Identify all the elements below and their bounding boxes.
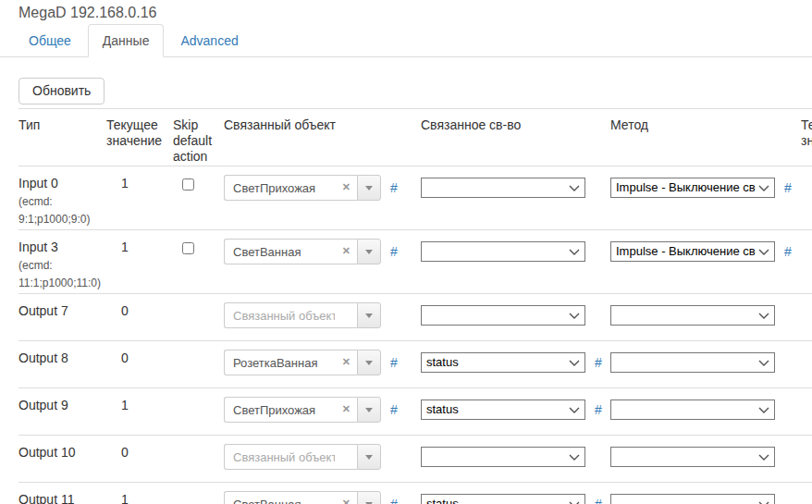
method-select[interactable]	[610, 494, 775, 504]
object-hash-link[interactable]: #	[390, 350, 398, 375]
row-type-note: (ecmd:11:1;p1000;11:0)	[18, 257, 99, 292]
table-row: Output 8 0 ✕ # status #	[18, 341, 812, 388]
row-current-value: 0	[106, 436, 173, 483]
clear-icon[interactable]: ✕	[342, 245, 351, 257]
skip-default-checkbox[interactable]	[182, 242, 194, 254]
chevron-down-icon	[758, 454, 769, 461]
chevron-down-icon	[758, 501, 769, 504]
linked-property-select[interactable]	[421, 447, 585, 467]
linked-object-combobox: ✕	[224, 175, 381, 201]
clear-icon[interactable]: ✕	[342, 356, 351, 368]
chevron-down-icon	[758, 313, 769, 319]
chevron-down-icon	[569, 313, 580, 319]
row-current-value-2	[801, 483, 812, 504]
row-current-value-2	[801, 294, 812, 341]
object-hash-link[interactable]: #	[390, 175, 398, 201]
chevron-down-icon	[569, 454, 580, 461]
method-select[interactable]: Impulse - Выключение свет	[610, 241, 775, 262]
col-header-skip-default-action: Skip default action	[173, 109, 224, 166]
row-type: Output 11	[18, 491, 99, 504]
method-select[interactable]	[610, 352, 775, 373]
col-header-linked-property: Связанное св-во	[421, 109, 610, 166]
row-current-value-2	[801, 388, 812, 436]
object-hash-link[interactable]: #	[390, 397, 398, 423]
table-row: Input 0 (ecmd:9:1;p1000;9:0) 1 ✕ #	[18, 166, 812, 230]
dropdown-toggle-button[interactable]	[357, 175, 381, 201]
row-current-value: 1	[106, 388, 173, 436]
linked-property-select[interactable]: status	[421, 494, 585, 504]
row-type: Input 3	[18, 239, 99, 255]
linked-property-select[interactable]	[421, 241, 585, 262]
property-hash-link[interactable]: #	[595, 400, 602, 420]
linked-property-select[interactable]: status	[421, 400, 585, 420]
caret-down-icon	[365, 186, 373, 191]
row-type: Output 9	[18, 397, 99, 413]
linked-object-input[interactable]	[224, 175, 357, 201]
method-value: Impulse - Выключение свет	[616, 243, 756, 260]
object-hash-link[interactable]: #	[390, 239, 398, 264]
row-current-value-2	[801, 436, 812, 483]
dropdown-toggle-button[interactable]	[357, 302, 381, 328]
clear-icon[interactable]: ✕	[342, 498, 351, 504]
caret-down-icon	[365, 408, 373, 412]
page-title: MegaD 192.168.0.16	[18, 5, 812, 21]
row-current-value-2	[801, 230, 812, 294]
linked-property-select[interactable]: status	[421, 352, 585, 373]
refresh-button[interactable]: Обновить	[18, 78, 105, 104]
row-type: Input 0	[18, 175, 99, 191]
linked-property-value: status	[426, 354, 459, 371]
property-hash-link[interactable]: #	[595, 494, 602, 504]
clear-icon[interactable]: ✕	[342, 181, 351, 193]
method-hash-link[interactable]: #	[784, 178, 792, 198]
skip-default-checkbox[interactable]	[182, 178, 194, 191]
row-current-value-2	[801, 341, 812, 388]
method-hash-link[interactable]: #	[784, 241, 792, 262]
chevron-down-icon	[569, 185, 580, 191]
chevron-down-icon	[758, 360, 769, 366]
dropdown-toggle-button[interactable]	[357, 397, 381, 423]
tab-advanced[interactable]: Advanced	[166, 24, 252, 57]
method-select[interactable]	[610, 447, 775, 467]
linked-object-combobox: ✕	[224, 239, 381, 264]
chevron-down-icon	[569, 360, 580, 366]
linked-property-select[interactable]	[421, 305, 585, 326]
megad-config-page: MegaD 192.168.0.16 Общее Данные Advanced…	[0, 5, 812, 504]
col-header-linked-object: Связанный объект	[224, 109, 421, 166]
linked-object-input[interactable]	[224, 239, 357, 264]
row-current-value: 1	[106, 483, 173, 504]
row-current-value: 0	[106, 341, 173, 388]
tab-data[interactable]: Данные	[88, 24, 165, 57]
method-select[interactable]	[610, 305, 775, 326]
row-current-value: 1	[106, 230, 173, 294]
caret-down-icon	[365, 361, 373, 365]
dropdown-toggle-button[interactable]	[357, 444, 381, 470]
linked-object-combobox: ✕	[224, 350, 381, 375]
chevron-down-icon	[569, 407, 580, 413]
linked-object-input[interactable]	[224, 350, 357, 375]
tab-general[interactable]: Общее	[14, 24, 86, 57]
table-row: Output 10 0	[18, 436, 812, 483]
method-select[interactable]	[610, 400, 775, 420]
linked-object-input[interactable]	[224, 302, 357, 328]
chevron-down-icon	[569, 249, 580, 255]
object-hash-link[interactable]: #	[390, 491, 398, 504]
chevron-down-icon	[758, 185, 769, 191]
linked-object-combobox	[224, 444, 381, 470]
linked-property-select[interactable]	[421, 178, 585, 198]
linked-property-value: status	[426, 496, 459, 504]
row-type-note-line: 9:1;p1000;9:0)	[18, 211, 99, 228]
row-current-value-2	[801, 166, 812, 230]
method-select[interactable]: Impulse - Выключение свет	[610, 178, 775, 198]
data-table-wrap: Тип Текущее значение Skip default action…	[0, 108, 812, 504]
property-hash-link[interactable]: #	[595, 352, 602, 373]
linked-object-input[interactable]	[224, 491, 357, 504]
tab-bar: Общее Данные Advanced	[0, 24, 812, 57]
dropdown-toggle-button[interactable]	[357, 350, 381, 375]
linked-object-input[interactable]	[224, 397, 357, 423]
clear-icon[interactable]: ✕	[342, 403, 351, 415]
table-row: Input 3 (ecmd:11:1;p1000;11:0) 1 ✕ #	[18, 230, 812, 294]
col-header-current-value-2: Текущее значение 2	[801, 109, 812, 166]
linked-object-input[interactable]	[224, 444, 357, 470]
dropdown-toggle-button[interactable]	[357, 239, 381, 264]
dropdown-toggle-button[interactable]	[357, 491, 381, 504]
